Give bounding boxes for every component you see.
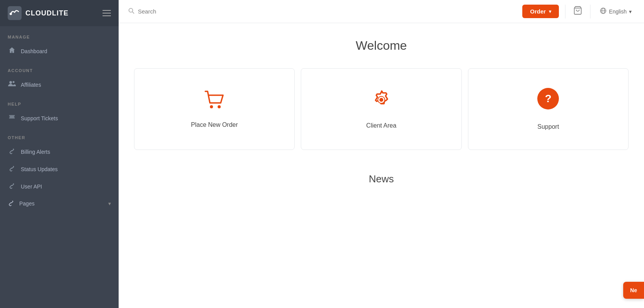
sidebar-item-support-tickets[interactable]: Support Tickets (0, 109, 119, 127)
logo-icon (8, 6, 22, 20)
language-chevron-icon: ▾ (629, 8, 632, 15)
account-section-label: ACCOUNT (0, 60, 119, 76)
search-input[interactable] (138, 8, 359, 15)
order-label: Order (530, 8, 546, 15)
sidebar-item-affiliates[interactable]: Affiliates (0, 76, 119, 93)
order-button[interactable]: Order ▾ (522, 5, 559, 18)
search-icon (128, 7, 135, 16)
main-area: Order ▾ Engl (119, 0, 644, 308)
sidebar-item-billing-alerts[interactable]: Billing Alerts (0, 143, 119, 160)
support-tickets-label: Support Tickets (21, 115, 58, 121)
manage-section-label: MANAGE (0, 26, 119, 42)
place-new-order-label: Place New Order (191, 121, 238, 128)
language-button[interactable]: English ▾ (597, 6, 635, 17)
cards-row: Place New Order Client Area ? (131, 68, 632, 150)
sidebar-item-dashboard[interactable]: Dashboard (0, 42, 119, 60)
svg-point-2 (9, 81, 12, 84)
place-new-order-card[interactable]: Place New Order (134, 68, 295, 150)
svg-rect-0 (8, 6, 22, 20)
sidebar: CLOUDLITE MANAGE Dashboard ACCOUNT Affil… (0, 0, 119, 308)
sidebar-item-user-api[interactable]: User API (0, 178, 119, 195)
dashboard-label: Dashboard (21, 48, 47, 54)
topbar-divider (565, 5, 565, 19)
status-updates-label: Status Updates (21, 166, 58, 172)
client-area-card[interactable]: Client Area (301, 68, 461, 150)
support-card[interactable]: ? Support (468, 68, 629, 150)
hamburger-icon[interactable] (102, 10, 111, 16)
order-chevron-icon: ▾ (549, 9, 551, 14)
affiliates-icon (8, 80, 16, 89)
svg-point-13 (379, 98, 383, 102)
support-label: Support (537, 123, 559, 130)
language-label: English (609, 8, 627, 15)
welcome-title: Welcome (131, 39, 632, 53)
topbar-divider-2 (590, 5, 590, 19)
svg-point-10 (210, 105, 213, 108)
cart-button[interactable] (572, 4, 584, 19)
news-title: News (131, 173, 632, 185)
topbar: Order ▾ Engl (119, 0, 644, 23)
pages-label: Pages (19, 200, 35, 207)
svg-point-4 (129, 8, 133, 12)
content-area: Welcome Place New Order (119, 23, 644, 308)
search-area (128, 7, 359, 16)
ticket-icon (8, 114, 16, 123)
home-icon (8, 47, 16, 56)
svg-point-1 (10, 13, 12, 15)
user-api-label: User API (21, 183, 42, 190)
globe-icon (600, 7, 607, 15)
gear-icon (371, 89, 392, 115)
question-icon: ? (537, 88, 559, 116)
svg-point-11 (218, 105, 221, 108)
client-area-label: Client Area (366, 122, 396, 129)
help-section-label: HELP (0, 93, 119, 109)
svg-point-3 (13, 81, 15, 83)
svg-line-5 (132, 12, 134, 13)
chevron-down-icon: ▾ (108, 200, 111, 207)
link-icon-status (8, 165, 16, 173)
affiliates-label: Affiliates (21, 82, 41, 88)
billing-alerts-label: Billing Alerts (21, 149, 50, 155)
cart-icon (204, 90, 225, 114)
other-section-label: OTHER (0, 127, 119, 143)
link-icon-pages (8, 199, 15, 207)
link-icon-api (8, 182, 16, 191)
brand-name: CLOUDLITE (25, 9, 69, 17)
float-action-button[interactable]: Ne (623, 282, 644, 299)
sidebar-item-status-updates[interactable]: Status Updates (0, 160, 119, 178)
sidebar-item-pages[interactable]: Pages ▾ (0, 195, 119, 212)
link-icon-billing (8, 147, 16, 156)
logo-area: CLOUDLITE (0, 0, 119, 26)
topbar-right: Order ▾ Engl (522, 4, 635, 19)
